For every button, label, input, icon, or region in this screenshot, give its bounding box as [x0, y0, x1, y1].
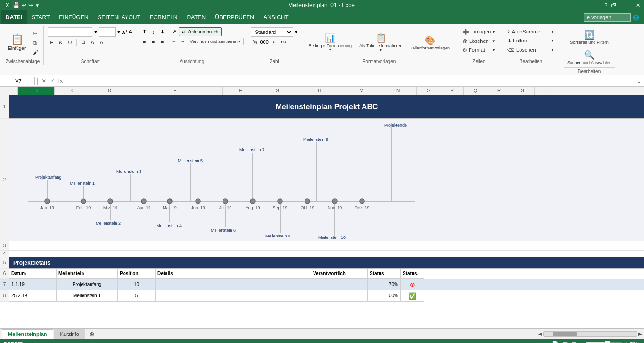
layout-view-icon[interactable]: ▦	[562, 341, 568, 343]
copy-button[interactable]: ⧉	[31, 39, 41, 48]
increase-decimal-button[interactable]: .00	[279, 38, 288, 46]
col-header-b[interactable]: B	[18, 87, 55, 95]
ueberprufen-menu[interactable]: ÜBERPRÜFEN	[210, 10, 259, 24]
cell-8-meilenstein[interactable]: Meilenstein 1	[57, 290, 118, 302]
sort-filter-button[interactable]: 🔃 Sortieren und Filtern	[564, 27, 615, 47]
cell-7-datum[interactable]: 1.1.19	[9, 279, 57, 290]
restore-icon[interactable]: 🗗	[611, 2, 616, 8]
minimize-icon[interactable]: —	[620, 2, 625, 8]
cell-7-status[interactable]: 70%	[368, 279, 401, 290]
row-num-8[interactable]: 8	[0, 290, 9, 302]
sum-button[interactable]: Σ AutoSumme ▼	[505, 27, 557, 36]
formeln-menu[interactable]: FORMELN	[145, 10, 182, 24]
row-num-3[interactable]: 3	[0, 241, 9, 251]
cell-7-status-icon[interactable]: ⊗	[401, 279, 424, 290]
col-header-m[interactable]: M	[343, 87, 380, 95]
sheet-tab-kurzinfo[interactable]: Kurzinfo	[54, 329, 85, 339]
close-icon[interactable]: ✕	[636, 2, 640, 8]
formula-cancel-button[interactable]: ✕	[41, 78, 47, 84]
font-name-dropdown[interactable]: ▼	[93, 30, 98, 34]
sum-dropdown[interactable]: ▼	[551, 30, 554, 34]
maximize-icon[interactable]: □	[629, 2, 632, 8]
col-header-a[interactable]	[9, 87, 18, 95]
align-top-button[interactable]: ⬆	[140, 28, 149, 36]
start-menu[interactable]: START	[27, 10, 54, 24]
select-all-corner[interactable]	[0, 87, 9, 95]
merge-center-button[interactable]: Verbinden und zentrieren ▼	[188, 38, 244, 45]
help-icon[interactable]: ?	[604, 2, 607, 8]
percent-button[interactable]: %	[251, 38, 259, 46]
format-dropdown[interactable]: ▼	[492, 48, 495, 52]
cell-7-details[interactable]	[156, 279, 311, 290]
sheet-tab-meilensteinplan[interactable]: Meilensteinplan	[2, 329, 53, 339]
underline-button[interactable]: U	[66, 38, 74, 47]
number-format-select[interactable]: Standard	[251, 27, 293, 37]
page-view-icon[interactable]: 📄	[552, 341, 559, 343]
cell-8-verantwortlich[interactable]	[311, 290, 368, 302]
format-painter-button[interactable]: 🖌	[31, 48, 41, 57]
cell-reference-input[interactable]	[2, 77, 35, 85]
cell-styles-button[interactable]: 🎨 Zellenformatvorlagen	[406, 33, 453, 53]
align-middle-button[interactable]: ↕	[149, 28, 157, 36]
quick-access-redo[interactable]: ↪	[28, 2, 33, 8]
page-break-icon[interactable]: ⊟	[571, 341, 576, 343]
thousands-button[interactable]: 000	[260, 38, 269, 46]
quick-access-undo[interactable]: ↩	[22, 2, 26, 8]
einfuegen-menu[interactable]: EINFÜGEN	[54, 10, 93, 24]
quick-access-more[interactable]: ▼	[35, 3, 40, 8]
font-size-input[interactable]: 11	[99, 27, 116, 37]
decrease-decimal-button[interactable]: .0	[270, 38, 278, 46]
number-format-dropdown[interactable]: ▼	[294, 30, 298, 34]
seitenlayout-menu[interactable]: SEITENLAYOUT	[93, 10, 145, 24]
insert-dropdown[interactable]: ▼	[492, 30, 495, 34]
daten-menu[interactable]: DATEN	[182, 10, 211, 24]
cell-8-status[interactable]: 100%	[368, 290, 401, 302]
find-select-button[interactable]: 🔍 Suchen und Auswählen	[564, 48, 615, 67]
cond-format-dropdown[interactable]: ▼	[328, 48, 332, 52]
col-header-t[interactable]: T	[535, 87, 558, 95]
insert-function-button[interactable]: fx	[58, 78, 64, 84]
col-header-p[interactable]: P	[440, 87, 464, 95]
increase-font-button[interactable]: A+	[122, 29, 127, 35]
file-menu[interactable]: DATEI	[1, 10, 27, 24]
row-7[interactable]: 7 1.1.19 Projektanfang 10 70% ⊗	[0, 279, 644, 290]
format-cells-button[interactable]: ⚙ Format ▼	[460, 46, 498, 55]
row-8[interactable]: 8 25.2.19 Meilenstein 1 5 100% ✅	[0, 290, 644, 302]
ansicht-menu[interactable]: ANSICHT	[259, 10, 293, 24]
cell-7-verantwortlich[interactable]	[311, 279, 368, 290]
row-num-2[interactable]: 2	[0, 119, 9, 241]
font-name-input[interactable]: Calibri	[48, 27, 92, 37]
col-header-r[interactable]: R	[487, 87, 511, 95]
row-num-5[interactable]: 5	[0, 257, 9, 269]
row-num-1[interactable]: 1	[0, 95, 9, 119]
formula-expand-button[interactable]: ⌄	[636, 77, 642, 85]
col-header-d[interactable]: D	[91, 87, 128, 95]
formula-input[interactable]	[66, 78, 635, 84]
merge-dropdown[interactable]: ▼	[238, 40, 241, 44]
col-header-h[interactable]: H	[296, 87, 343, 95]
cell-7-position[interactable]: 10	[118, 279, 156, 290]
zoom-out-button[interactable]: −	[580, 341, 583, 343]
cell-8-details[interactable]	[156, 290, 311, 302]
formula-confirm-button[interactable]: ✓	[49, 78, 56, 84]
cut-button[interactable]: ✂	[31, 29, 41, 38]
scroll-right-button[interactable]: ▶	[638, 331, 642, 336]
col-header-f[interactable]: F	[223, 87, 259, 95]
row-num-4[interactable]: 4	[0, 251, 9, 257]
text-angle-button[interactable]: ↗	[170, 28, 178, 36]
quick-access-save[interactable]: 💾	[13, 2, 20, 8]
cell-7-meilenstein[interactable]: Projektanfang	[57, 279, 118, 290]
row-num-7[interactable]: 7	[0, 279, 9, 290]
italic-button[interactable]: K	[57, 38, 65, 47]
clear-dropdown[interactable]: ▼	[551, 48, 554, 52]
col-header-o[interactable]: O	[417, 87, 440, 95]
col-header-c[interactable]: C	[55, 87, 91, 95]
decrease-font-button[interactable]: A-	[128, 29, 133, 35]
row-num-6[interactable]: 6	[0, 269, 9, 279]
border-button[interactable]: ⊞	[79, 38, 88, 47]
col-header-g[interactable]: G	[259, 87, 296, 95]
fill-dropdown[interactable]: ▼	[551, 39, 554, 43]
col-header-q[interactable]: Q	[464, 87, 487, 95]
table-format-dropdown[interactable]: ▼	[379, 48, 383, 52]
col-header-e[interactable]: E	[128, 87, 223, 95]
